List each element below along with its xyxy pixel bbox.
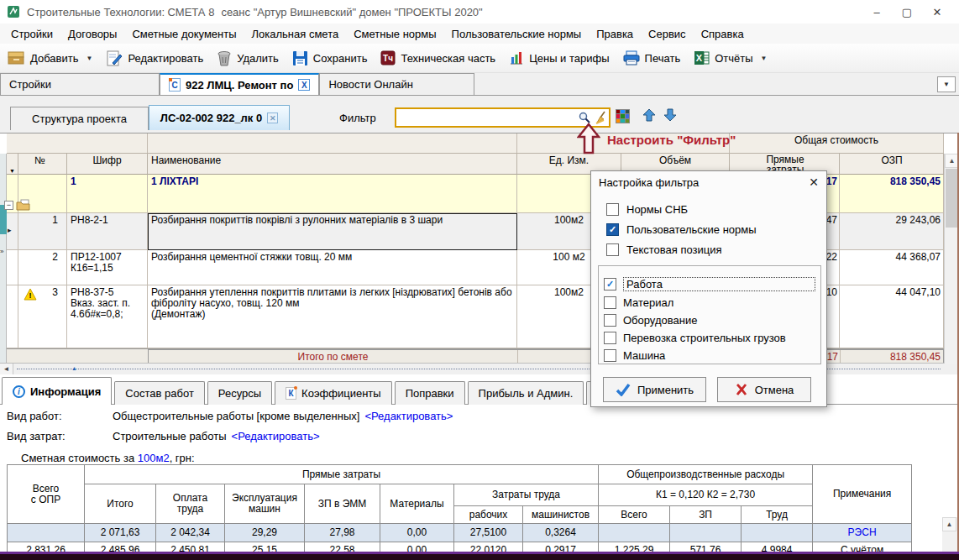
move-up-icon[interactable] <box>642 107 657 123</box>
col-header-num[interactable]: № <box>18 154 67 175</box>
tab-news-online[interactable]: Новости Онлайн <box>319 73 474 95</box>
left-splitter-strip[interactable]: » <box>0 154 7 364</box>
menu-pravka[interactable]: Правка <box>589 25 641 43</box>
svg-text:!: ! <box>29 291 32 300</box>
edit-button-label: Редактировать <box>128 52 203 65</box>
splitter-collapse-icon[interactable]: ▲ <box>71 365 77 371</box>
checkbox-checked[interactable]: ✓ <box>606 223 619 236</box>
tab-resources[interactable]: Ресурсы <box>207 381 272 405</box>
estimate-tab-close-icon[interactable]: ✕ <box>267 113 278 123</box>
cost-type-label: Вид затрат: <box>7 430 107 442</box>
category-perevozka[interactable]: Перевозка строительных грузов <box>604 330 815 345</box>
cell-name-selected[interactable]: Розбирання покриттів покрівлі з рулонних… <box>148 213 517 250</box>
print-button[interactable]: Печать <box>623 50 681 65</box>
cost-row-current[interactable]: 2 071,63 2 042,34 29,29 27,98 0,00 27,51… <box>8 524 912 542</box>
delete-button-label: Удалить <box>237 52 279 65</box>
tab-coefficients[interactable]: ККоэффициенты <box>275 381 392 405</box>
tab-local-estimate-label: ЛС-02-002 922_лк 0 <box>160 112 262 124</box>
category-mashina[interactable]: Машина <box>604 348 815 363</box>
option-normy-snb[interactable]: Нормы СНБ <box>606 201 688 217</box>
checkbox-unchecked[interactable] <box>604 314 616 327</box>
checkbox-unchecked[interactable] <box>606 243 619 256</box>
checkbox-unchecked[interactable] <box>604 332 616 344</box>
information-icon: i <box>13 385 25 398</box>
tab-stroyki[interactable]: Стройки <box>0 73 160 95</box>
dialog-close-icon[interactable]: ✕ <box>809 175 819 189</box>
tab-information[interactable]: iИнформация <box>2 377 112 405</box>
total-ozp: 818 350,45 <box>841 350 943 364</box>
checkbox-unchecked[interactable] <box>606 203 619 216</box>
tab-local-estimate[interactable]: ЛС-02-002 922_лк 0 ✕ <box>149 105 290 130</box>
scroll-left-icon[interactable]: ◄ <box>0 364 13 374</box>
cost-cell <box>742 524 813 542</box>
category-label-focused: Работа <box>623 277 815 291</box>
add-button[interactable]: Добавить▼ <box>7 50 92 65</box>
tab-corrections[interactable]: Поправки <box>395 381 465 405</box>
category-rabota[interactable]: ✓ Работа <box>604 276 815 291</box>
cost-table-scrollbar[interactable]: ▲ ▼ <box>942 517 957 552</box>
edit-icon <box>106 50 123 66</box>
folder-icon <box>16 199 30 211</box>
menu-smetnye-dokumenty[interactable]: Сметные документы <box>124 25 244 43</box>
edit-cost-type-link[interactable]: <Редактировать> <box>232 430 320 442</box>
tab-work-composition[interactable]: Состав работ <box>114 381 204 405</box>
reports-excel-icon: X <box>694 50 710 65</box>
resn-link[interactable]: РЭСН <box>813 524 912 542</box>
scroll-up-icon[interactable]: ▲ <box>942 517 956 531</box>
checkbox-unchecked[interactable] <box>604 349 616 362</box>
minimize-icon[interactable]: – <box>862 2 892 22</box>
menu-servis[interactable]: Сервис <box>641 25 694 43</box>
dialog-titlebar[interactable]: Настройка фильтра ✕ <box>591 171 826 193</box>
save-button[interactable]: Сохранить <box>292 50 368 66</box>
cost-cell: 0,00 <box>380 524 454 542</box>
move-down-icon[interactable] <box>663 107 678 123</box>
category-label: Оборудование <box>623 314 697 327</box>
apply-button[interactable]: Применить <box>603 377 706 402</box>
option-text-position[interactable]: Текстовая позиция <box>606 242 722 257</box>
delete-button[interactable]: Удалить <box>217 50 279 66</box>
menu-spravka[interactable]: Справка <box>694 25 752 43</box>
tab-estimate-document[interactable]: С 922 ЛМЦ. Ремонт по X <box>160 73 319 95</box>
edit-work-type-link[interactable]: <Редактировать> <box>364 410 453 422</box>
col-total-with-opr: Всего с ОПР <box>8 465 85 524</box>
menubar: Стройки Договоры Сметные документы Локал… <box>0 24 959 44</box>
tab-project-structure[interactable]: Структура проекта <box>10 107 149 130</box>
cost-cell <box>8 524 85 542</box>
category-material[interactable]: Материал <box>604 295 815 310</box>
grid-corner-filter-icon[interactable]: ▼ <box>7 154 18 175</box>
category-oborudovanie[interactable]: Оборудование <box>604 312 815 327</box>
menu-dogovory[interactable]: Договоры <box>60 25 124 43</box>
tab-list-dropdown[interactable]: ▼ <box>937 76 956 92</box>
technical-part-button[interactable]: Тч Техническая часть <box>380 50 495 65</box>
prices-tariffs-icon <box>509 50 524 65</box>
cancel-button[interactable]: Отмена <box>717 377 811 402</box>
prices-tariffs-button[interactable]: Цены и тарифы <box>509 50 609 65</box>
add-caret-icon[interactable]: ▼ <box>86 55 92 62</box>
reports-caret-icon[interactable]: ▼ <box>761 55 768 62</box>
cell-name: Розбирання цементної стяжки товщ. 20 мм <box>148 250 517 285</box>
option-user-norms[interactable]: ✓ Пользовательские нормы <box>606 222 757 237</box>
checkbox-checked[interactable]: ✓ <box>604 278 616 290</box>
checkbox-unchecked[interactable] <box>604 296 616 309</box>
tab-close-icon[interactable]: X <box>298 79 310 91</box>
work-type-label: Вид работ: <box>7 410 107 422</box>
col-header-code[interactable]: Шифр <box>67 154 148 175</box>
tab-profit-admin[interactable]: Прибыль и Админ. <box>468 381 584 405</box>
grid-vertical-scrollbar[interactable]: ▲ ▼ <box>944 154 958 364</box>
close-icon[interactable]: ✕ <box>922 2 952 22</box>
menu-smetnye-normy[interactable]: Сметные нормы <box>346 25 443 43</box>
cost-line-unit[interactable]: 100м2 <box>138 452 170 464</box>
reports-button[interactable]: X Отчёты▼ <box>694 50 767 65</box>
col-header-ozp[interactable]: ОЗП <box>840 154 944 175</box>
menu-lokalnaya-smeta[interactable]: Локальная смета <box>244 25 347 43</box>
maximize-icon[interactable]: ▢ <box>892 2 922 22</box>
cost-cell <box>670 524 742 542</box>
color-settings-icon[interactable] <box>616 109 630 123</box>
collapse-group-icon[interactable]: − <box>4 201 13 210</box>
menu-stroyki[interactable]: Стройки <box>3 25 60 43</box>
scrollbar-thumb[interactable] <box>946 169 958 228</box>
cancel-button-label: Отмена <box>755 384 794 396</box>
col-header-name[interactable]: Наименование <box>148 154 517 175</box>
menu-polzovatelskie-normy[interactable]: Пользовательские нормы <box>444 25 590 43</box>
edit-button[interactable]: Редактировать <box>106 50 203 66</box>
